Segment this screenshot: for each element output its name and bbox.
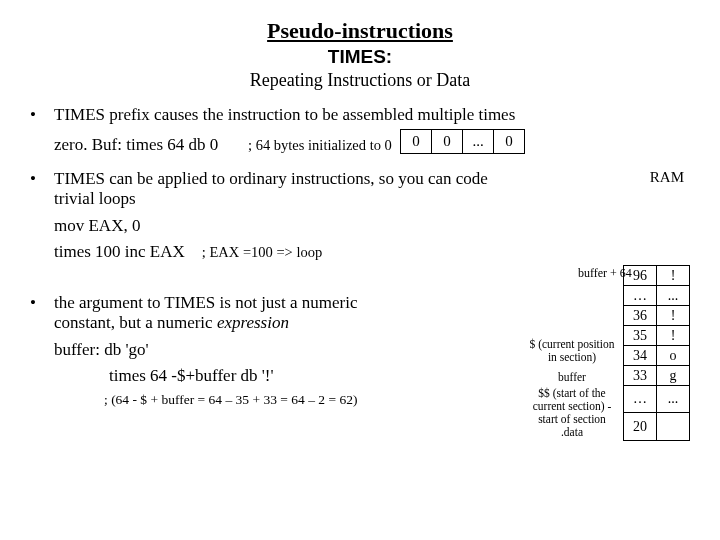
expression-note: ; (64 - $ + buffer = 64 – 35 + 33 = 64 –… [104, 392, 521, 408]
ram-addr: 33 [624, 366, 657, 386]
comment-eax100: ; EAX =100 => loop [202, 244, 322, 260]
bullet-dot: • [30, 105, 54, 157]
page-subhead: Repeating Instructions or Data [30, 70, 690, 91]
anno-double-dollar: $$ (start of the current section) - star… [521, 386, 624, 441]
bullet-3: • the argument to TIMES is not just a nu… [30, 293, 690, 441]
code-times64: times 64 -$+buffer db '!' [109, 363, 521, 389]
ram-val: ! [657, 326, 690, 346]
ram-val: ... [657, 286, 690, 306]
anno-dollar: $ (current position in section) [521, 326, 624, 366]
ram-table: 96! …... 36! $ (current position in sect… [521, 265, 690, 441]
code-mov: mov EAX, 0 [54, 213, 634, 239]
ram-val: ! [657, 306, 690, 326]
page-subtitle: TIMES: [30, 46, 690, 68]
byte-cell: 0 [494, 130, 525, 154]
ram-label: RAM [650, 169, 690, 186]
code-buffer-go: buffer: db 'go' [54, 337, 521, 363]
bullet3-line1: the argument to TIMES is not just a nume… [54, 293, 521, 313]
code-zerobuf: zero. Buf: times 64 db 0 [54, 135, 218, 154]
bullet1-code: zero. Buf: times 64 db 0 ; 64 bytes init… [54, 129, 690, 157]
ram-val: o [657, 346, 690, 366]
ram-val: ... [657, 386, 690, 413]
code-times100: times 100 inc EAX [54, 242, 185, 261]
ram-table-wrap: 96! …... 36! $ (current position in sect… [521, 265, 690, 441]
ram-addr: 35 [624, 326, 657, 346]
anno-buffer: buffer [521, 366, 624, 386]
ram-val: ! [657, 266, 690, 286]
page-title: Pseudo-instructions [30, 18, 690, 44]
ram-val [657, 413, 690, 440]
ram-addr: … [624, 286, 657, 306]
byte-cell: 0 [401, 130, 432, 154]
bullet3-expression: expression [217, 313, 289, 332]
ram-addr: 36 [624, 306, 657, 326]
bullet3-line2a: constant, but a numeric [54, 313, 217, 332]
byte-cell: ... [463, 130, 494, 154]
comment-64bytes: ; 64 bytes initialized to 0 [248, 137, 392, 153]
bullet-1: • TIMES prefix causes the instruction to… [30, 105, 690, 157]
ram-block: RAM [650, 169, 690, 188]
bullet2-line2: trivial loops [54, 189, 634, 209]
ram-addr: 20 [624, 413, 657, 440]
ram-addr: … [624, 386, 657, 413]
bullet2-line1: TIMES can be applied to ordinary instruc… [54, 169, 634, 189]
bullet-dot: • [30, 169, 54, 281]
ram-addr: 96 [624, 266, 657, 286]
ram-addr: 34 [624, 346, 657, 366]
ram-val: g [657, 366, 690, 386]
byte-cell: 0 [432, 130, 463, 154]
bullet-dot: • [30, 293, 54, 441]
bullet1-text: TIMES prefix causes the instruction to b… [54, 105, 690, 125]
bytes-table: 0 0 ... 0 [400, 129, 525, 154]
